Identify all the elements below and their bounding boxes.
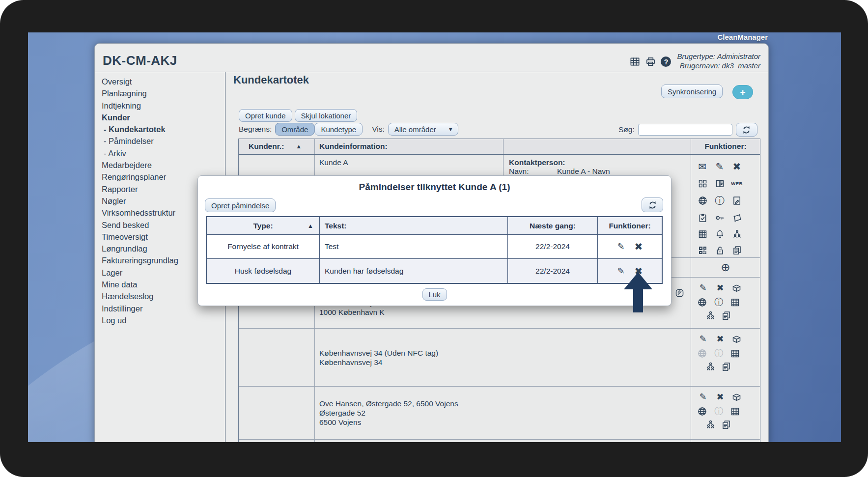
location-functions-cell: ✎ ✖ ⓘ (691, 387, 760, 439)
notes-icon[interactable] (732, 196, 742, 206)
skjul-lokationer-button[interactable]: Skjul lokationer (295, 109, 358, 122)
employees-icon[interactable] (705, 310, 716, 321)
calendar-icon[interactable] (730, 297, 740, 308)
company-title: DK-CM-AKJ (103, 53, 177, 70)
sidebar-item-medarbejdere[interactable]: Medarbejdere (102, 159, 225, 171)
documents-icon[interactable] (721, 420, 731, 430)
reminders-bell-icon[interactable] (715, 229, 725, 239)
location-info-cell: Københavnsvej 34 (Uden NFC tag) Københav… (315, 329, 691, 386)
location-line: Københavnsvej 34 (319, 358, 691, 367)
clipped-next-row (239, 440, 760, 442)
employees-icon[interactable] (705, 420, 716, 430)
vis-label: Vis: (372, 125, 385, 134)
nfc-tag-icon (674, 288, 685, 298)
location-line: Østergade 52 (319, 408, 691, 418)
window-header: DK-CM-AKJ ? Brugertype: Administrator Br… (95, 44, 768, 72)
kundetype-filter-button[interactable]: Kundetype (314, 123, 363, 136)
desktop-background: CleanManager DK-CM-AKJ ? Brugertype: Adm… (28, 32, 841, 442)
kundenr-header[interactable]: Kundenr.: ▲ (239, 139, 315, 154)
sidebar-item-paamindelser[interactable]: - Påmindelser (102, 135, 225, 147)
sidebar-item-kunder[interactable]: Kunder (102, 112, 225, 123)
catalog-icon[interactable] (715, 178, 725, 189)
funktioner-header: Funktioner: (691, 139, 760, 154)
edit-icon[interactable]: ✎ (615, 241, 627, 253)
edit-icon[interactable]: ✎ (697, 333, 709, 345)
documents-icon[interactable] (732, 245, 742, 255)
search-input[interactable] (638, 124, 732, 136)
info-icon-disabled: ⓘ (713, 347, 725, 359)
user-name: Brugernavn: dk3_master (677, 61, 760, 70)
edit-icon[interactable]: ✎ (697, 282, 709, 294)
sidebar-item-log-ud[interactable]: Log ud (102, 314, 225, 326)
reminder-row-fornyelse: Fornyelse af kontrakt Test 22/2-2024 ✎ ✖ (207, 235, 662, 259)
edit-icon[interactable]: ✎ (714, 161, 726, 172)
reminder-next-date: 22/2-2024 (508, 235, 598, 258)
documents-icon[interactable] (721, 310, 731, 321)
sidebar-item-oversigt[interactable]: Oversigt (102, 76, 225, 87)
sort-asc-icon: ▲ (296, 143, 302, 150)
keys-icon[interactable] (715, 213, 725, 223)
opret-paamindelse-button[interactable]: Opret påmindelse (205, 198, 276, 212)
edit-icon[interactable]: ✎ (697, 391, 709, 403)
luk-button[interactable]: Luk (422, 288, 447, 301)
page-title: Kundekartotek (233, 74, 309, 86)
omraade-dropdown[interactable]: Alle områder ▼ (388, 123, 458, 136)
delete-icon[interactable]: ✖ (633, 241, 644, 253)
website-icon-disabled (697, 348, 707, 359)
website-icon[interactable] (697, 297, 707, 308)
employees-icon[interactable] (705, 362, 716, 372)
calendar-icon[interactable] (730, 406, 740, 417)
customer-table-header-row: Kundenr.: ▲ Kundeinformation: Funktioner… (239, 139, 760, 155)
cleanmanager-brand: CleanManager (717, 33, 768, 41)
kundeinformation-header: Kundeinformation: (315, 139, 504, 154)
add-customer-plus-button[interactable]: + (732, 85, 753, 99)
reminder-text: Kunden har fødselsdag (320, 259, 508, 283)
website-icon[interactable] (697, 406, 707, 417)
archive-box-icon[interactable] (731, 334, 742, 344)
archive-box-icon[interactable] (731, 392, 742, 402)
employees-icon[interactable] (732, 229, 742, 239)
funktioner-header: Funktioner: (598, 217, 662, 234)
omraade-filter-button[interactable]: Område (275, 123, 314, 136)
modal-title: Påmindelser tilknyttet Kunde A (1) (198, 182, 671, 193)
contact-label: Kontaktperson: (509, 158, 691, 167)
delete-icon[interactable]: ✖ (731, 161, 743, 172)
location-line: 6500 Vojens (319, 418, 691, 427)
location-row-ove-hansen: Ove Hansen, Østergade 52, 6500 Vojens Øs… (239, 387, 760, 440)
dropdown-value: Alle områder (394, 125, 436, 134)
modal-refresh-button[interactable] (642, 197, 663, 212)
soeg-label: Søg: (618, 125, 635, 134)
delete-icon[interactable]: ✖ (714, 391, 726, 403)
table-view-icon[interactable] (629, 56, 641, 67)
sidebar-item-indtjekning[interactable]: Indtjekning (102, 100, 225, 112)
archive-box-icon[interactable] (731, 283, 742, 293)
print-icon[interactable] (645, 56, 656, 67)
info-icon[interactable]: ⓘ (714, 195, 726, 206)
website-icon[interactable] (698, 196, 708, 206)
products-icon[interactable] (698, 178, 708, 189)
sidebar-item-planlaegning[interactable]: Planlægning (102, 87, 225, 99)
search-refresh-button[interactable] (736, 123, 757, 137)
screenshot-stage: CleanManager DK-CM-AKJ ? Brugertype: Adm… (0, 0, 868, 477)
chevron-down-icon: ▼ (448, 126, 453, 132)
area-map-icon[interactable] (732, 213, 742, 223)
synkronisering-button[interactable]: Synkronisering (661, 84, 723, 98)
delete-icon[interactable]: ✖ (714, 333, 726, 345)
qr-code-icon[interactable] (698, 245, 708, 255)
calendar-icon[interactable] (730, 348, 740, 359)
info-icon[interactable]: ⓘ (713, 296, 725, 308)
reminder-type: Husk fødselsdag (207, 259, 320, 283)
delete-icon[interactable]: ✖ (714, 282, 726, 294)
sidebar-item-arkiv[interactable]: - Arkiv (102, 147, 225, 159)
add-location-icon[interactable]: ⊕ (720, 262, 731, 274)
documents-icon[interactable] (721, 362, 731, 372)
help-icon[interactable]: ? (661, 56, 671, 67)
sidebar-item-kundekartotek[interactable]: - Kundekartotek (102, 123, 225, 135)
calendar-icon[interactable] (698, 229, 708, 239)
lock-icon[interactable] (715, 245, 725, 255)
type-header[interactable]: Type: ▲ (207, 217, 320, 234)
web-icon[interactable]: WEB (731, 181, 742, 186)
tasks-icon[interactable] (698, 213, 708, 223)
opret-kunde-button[interactable]: Opret kunde (239, 109, 292, 122)
email-icon[interactable]: ✉ (697, 161, 708, 172)
